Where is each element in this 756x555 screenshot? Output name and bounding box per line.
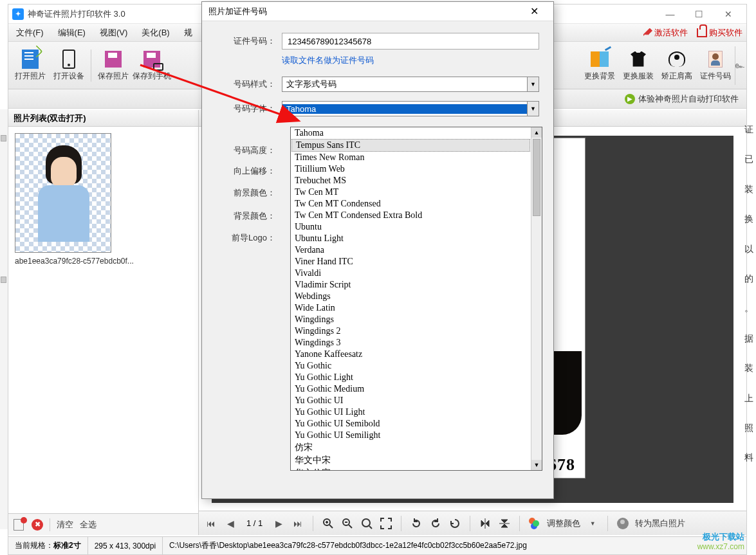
menu-file[interactable]: 文件(F) xyxy=(12,25,48,41)
font-option[interactable]: Tahoma xyxy=(291,127,531,139)
clothes-icon xyxy=(631,51,646,67)
background-icon xyxy=(591,51,609,67)
font-option[interactable]: Yu Gothic Medium xyxy=(291,383,531,395)
photo-thumbnail[interactable] xyxy=(15,133,111,253)
font-dropdown-list: TahomaTempus Sans ITCTimes New RomanTiti… xyxy=(290,127,542,471)
font-option[interactable]: 仿宋 xyxy=(291,441,531,454)
open-photo-button[interactable]: 打开照片 xyxy=(11,44,50,87)
rotate-right-icon[interactable] xyxy=(429,516,443,531)
select-all-button[interactable]: 全选 xyxy=(80,519,97,531)
font-option[interactable]: Yu Gothic xyxy=(291,360,531,372)
document-icon xyxy=(22,50,39,69)
toolbar-overflow[interactable]: ๛ xyxy=(735,46,744,85)
change-clothes-button[interactable]: 更换服装 xyxy=(619,44,658,87)
scroll-down-button[interactable]: ▼ xyxy=(531,460,542,470)
label-offset: 向上偏移： xyxy=(216,165,275,177)
font-option[interactable]: Webdings xyxy=(291,291,531,302)
buy-link[interactable]: 购买软件 xyxy=(697,27,742,39)
zoom-out-icon[interactable] xyxy=(340,516,355,531)
svg-line-8 xyxy=(369,526,372,529)
toolbar-separator xyxy=(91,50,91,82)
font-option[interactable]: Yanone Kaffeesatz xyxy=(291,349,531,360)
font-option[interactable]: Vladimir Script xyxy=(291,279,531,291)
label-id-number: 证件号码： xyxy=(216,35,275,47)
app-icon: ✦ xyxy=(12,8,24,20)
key-icon xyxy=(643,28,652,37)
annotation-arrow xyxy=(138,62,311,135)
dialog-title: 照片加证件号码 xyxy=(208,6,267,17)
font-option[interactable]: Tw Cen MT Condensed Extra Bold xyxy=(291,210,531,221)
open-device-button[interactable]: 打开设备 xyxy=(50,44,88,87)
font-option[interactable]: Yu Gothic UI Semilight xyxy=(291,430,531,441)
font-combo[interactable]: Tahoma▼ xyxy=(282,101,539,116)
menu-view[interactable]: 视图(V) xyxy=(96,25,131,41)
style-combo[interactable]: 文字形式号码▼ xyxy=(282,77,539,92)
scroll-up-button[interactable]: ▲ xyxy=(531,127,542,138)
flip-h-icon[interactable] xyxy=(478,516,492,531)
flip-v-icon[interactable] xyxy=(497,516,512,531)
id-photo-icon xyxy=(708,51,723,68)
adjust-color-button[interactable]: 调整颜色 xyxy=(547,518,580,529)
save-photo-button[interactable]: 保存照片 xyxy=(94,44,133,87)
first-page-button[interactable]: ⏮ xyxy=(204,516,218,531)
font-option[interactable]: Viner Hand ITC xyxy=(291,256,531,268)
fullscreen-icon[interactable] xyxy=(379,516,393,531)
font-option[interactable]: Wingdings 3 xyxy=(291,337,531,349)
svg-line-1 xyxy=(329,525,333,528)
svg-line-5 xyxy=(349,525,352,528)
font-option[interactable]: Yu Gothic Light xyxy=(291,372,531,383)
font-option[interactable]: Tw Cen MT xyxy=(291,187,531,198)
to-bw-button[interactable]: 转为黑白照片 xyxy=(635,518,685,529)
font-option[interactable]: 华文中宋 xyxy=(291,454,531,467)
font-option[interactable]: Yu Gothic UI Semibold xyxy=(291,418,531,430)
promo-button[interactable]: ▶体验神奇照片自动打印软件 xyxy=(625,93,739,105)
svg-point-7 xyxy=(362,519,370,527)
minimize-button[interactable]: — xyxy=(656,5,685,23)
avatar-gray-icon xyxy=(616,516,630,531)
menu-spec[interactable]: 规 xyxy=(180,25,196,41)
prev-page-button[interactable]: ◀ xyxy=(223,516,237,531)
font-option[interactable]: Wingdings 2 xyxy=(291,325,531,337)
remove-icon[interactable]: ✖ xyxy=(32,519,43,531)
font-option[interactable]: Wide Latin xyxy=(291,302,531,314)
font-option[interactable]: Times New Roman xyxy=(291,152,531,163)
id-number-button[interactable]: 证件号码 xyxy=(696,44,735,87)
scrollbar-thumb[interactable] xyxy=(533,139,540,216)
font-option[interactable]: Titillium Web xyxy=(291,163,531,175)
font-option[interactable]: Trebuchet MS xyxy=(291,175,531,187)
font-option[interactable]: Yu Gothic UI xyxy=(291,395,531,406)
font-option[interactable]: Tempus Sans ITC xyxy=(291,139,530,152)
read-filename-link[interactable]: 读取文件名做为证件号码 xyxy=(282,55,539,66)
menu-beautify[interactable]: 美化(B) xyxy=(138,25,173,41)
font-list-scrollbar[interactable]: ▲ ▼ xyxy=(531,127,542,470)
face-preview xyxy=(38,145,89,242)
zoom-in-icon[interactable] xyxy=(321,516,335,531)
id-number-input[interactable] xyxy=(282,33,539,50)
rotate-free-icon[interactable] xyxy=(448,516,462,531)
font-option[interactable]: Wingdings xyxy=(291,314,531,325)
font-option[interactable]: Vivaldi xyxy=(291,268,531,279)
font-option[interactable]: Tw Cen MT Condensed xyxy=(291,198,531,210)
clear-button[interactable]: 清空 xyxy=(57,519,73,531)
font-option[interactable]: Verdana xyxy=(291,244,531,256)
watermark: 极光下载站 www.xz7.com xyxy=(697,532,744,551)
label-bg-color: 背景颜色： xyxy=(216,210,275,222)
font-option[interactable]: Yu Gothic UI Light xyxy=(291,406,531,418)
font-option[interactable]: 华文仿宋 xyxy=(291,467,531,470)
close-button[interactable]: ✕ xyxy=(714,5,742,23)
fix-shoulder-button[interactable]: 矫正肩高 xyxy=(658,44,696,87)
font-option[interactable]: Ubuntu Light xyxy=(291,233,531,244)
menu-edit[interactable]: 编辑(E) xyxy=(54,25,89,41)
chevron-down-icon: ▼ xyxy=(527,102,539,116)
adjust-color-dropdown[interactable]: ▼ xyxy=(585,516,600,531)
activate-link[interactable]: 激活软件 xyxy=(643,27,688,39)
rotate-left-icon[interactable] xyxy=(409,516,423,531)
delete-icon[interactable] xyxy=(14,519,25,531)
change-bg-button[interactable]: 更换背景 xyxy=(580,44,619,87)
dialog-close-button[interactable]: ✕ xyxy=(521,5,547,17)
maximize-button[interactable]: ☐ xyxy=(685,5,714,23)
font-option[interactable]: Ubuntu xyxy=(291,221,531,233)
last-page-button[interactable]: ⏭ xyxy=(291,516,305,531)
zoom-fit-icon[interactable] xyxy=(360,516,374,531)
next-page-button[interactable]: ▶ xyxy=(272,516,286,531)
